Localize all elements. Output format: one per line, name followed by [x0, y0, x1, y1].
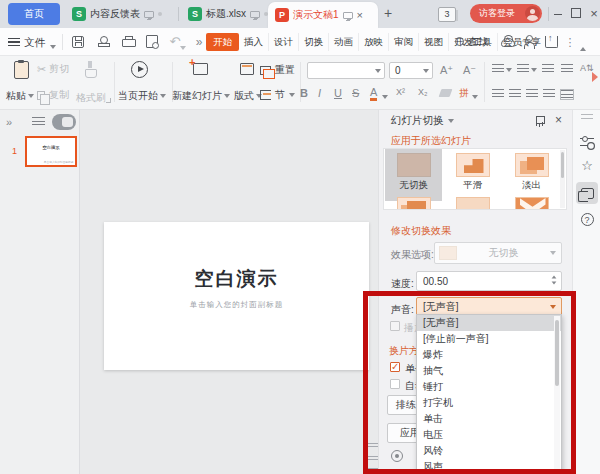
save-icon[interactable] — [70, 34, 86, 50]
ribbon-tab-view[interactable]: 视图 — [418, 33, 448, 51]
new-tab-button[interactable]: + — [384, 5, 392, 21]
speed-input[interactable]: 00.50 — [416, 271, 562, 291]
gallery-scrollbar[interactable] — [560, 150, 565, 208]
ribbon-tab-insert[interactable]: 插入 — [239, 33, 268, 51]
transition-shape[interactable]: 形状 — [503, 193, 560, 210]
settings-sliders-icon[interactable] — [579, 134, 595, 150]
editing-canvas[interactable]: 空白演示 单击输入您的封面副标题 — [80, 110, 378, 474]
strikethrough-button[interactable]: S — [352, 87, 359, 99]
tab-doc-sheet2[interactable]: S 标题.xlsx — [182, 0, 274, 28]
section-button[interactable]: 节 — [260, 88, 295, 102]
help-icon[interactable]: ? — [579, 212, 595, 228]
expand-panel-icon[interactable]: » — [6, 116, 12, 128]
preview-play-icon[interactable] — [391, 450, 403, 462]
clear-format-eraser-icon[interactable] — [439, 89, 453, 97]
close-panel-icon[interactable]: × — [555, 113, 562, 127]
superscript-button[interactable]: X² — [396, 87, 405, 97]
document-count-badge[interactable]: 3 — [438, 7, 456, 22]
slide-title[interactable]: 空白演示 — [104, 266, 369, 292]
outline-view-icon[interactable] — [32, 117, 45, 128]
align-left-icon[interactable] — [492, 89, 504, 100]
tab-home[interactable]: 首页 — [8, 3, 60, 25]
collapse-ribbon-icon[interactable] — [580, 42, 586, 53]
transition-cut[interactable]: 切出 — [385, 193, 442, 210]
hamburger-menu-icon[interactable] — [8, 38, 20, 46]
increase-font-icon[interactable]: A⁺ — [440, 64, 453, 77]
advance-auto-checkbox[interactable] — [390, 379, 400, 389]
bold-button[interactable]: B — [300, 87, 308, 99]
search-box[interactable]: 查找 — [455, 28, 488, 56]
scroll-down-button[interactable] — [368, 468, 378, 474]
reset-button[interactable]: 重置 — [260, 63, 295, 77]
layout-icon[interactable] — [240, 60, 254, 75]
play-from-current-button[interactable]: 当页开始 — [118, 89, 166, 103]
ribbon-tab-transitions[interactable]: 切换 — [298, 33, 328, 51]
play-from-current-icon[interactable] — [131, 61, 148, 78]
sound-option[interactable]: 风声 — [417, 459, 561, 474]
loop-sound-checkbox[interactable] — [390, 321, 400, 331]
align-right-icon[interactable] — [526, 89, 538, 100]
tab-doc-sheet1[interactable]: S 内容反馈表 — [66, 0, 168, 28]
file-menu[interactable]: 文件 — [24, 28, 45, 56]
font-name-combo[interactable] — [307, 62, 385, 79]
expand-toolbar-icon[interactable] — [592, 72, 598, 82]
close-tab-icon[interactable]: × — [357, 10, 363, 21]
sound-option[interactable]: [无声音] — [417, 315, 561, 331]
font-color-chevron-icon[interactable] — [382, 95, 388, 99]
increase-indent-icon[interactable] — [561, 64, 573, 75]
scroll-up-button[interactable] — [368, 443, 378, 449]
advance-on-click-checkbox[interactable] — [390, 362, 400, 372]
undo-chevron-icon[interactable] — [180, 41, 186, 52]
ribbon-tab-design[interactable]: 设计 — [268, 33, 298, 51]
tab-doc-presentation-active[interactable]: P 演示文稿1 × — [268, 2, 378, 28]
sound-option[interactable]: [停止前一声音] — [417, 331, 561, 347]
effect-options-combo[interactable]: 无切换 — [434, 242, 562, 264]
transition-fade[interactable]: 淡出 — [503, 149, 560, 192]
layout-button[interactable]: 版式 — [234, 89, 262, 103]
ribbon-tab-animations[interactable]: 动画 — [328, 33, 358, 51]
smart-features-star-icon[interactable]: ☆ — [579, 158, 595, 174]
paste-button[interactable]: 粘贴 — [6, 89, 34, 103]
sound-option[interactable]: 风铃 — [417, 443, 561, 459]
paste-icon[interactable] — [14, 61, 29, 79]
add-user-icon[interactable]: + — [522, 34, 538, 50]
ribbon-tab-slideshow[interactable]: 放映 — [358, 33, 388, 51]
close-window-button[interactable] — [586, 7, 600, 21]
sound-option[interactable]: 锤打 — [417, 379, 561, 395]
copy-button[interactable]: 复制 — [37, 88, 69, 102]
panel-drag-handle[interactable] — [581, 114, 593, 119]
ribbon-tab-review[interactable]: 审阅 — [388, 33, 418, 51]
format-painter-button[interactable]: 格式刷 — [76, 91, 106, 105]
underline-button[interactable]: U — [334, 87, 342, 99]
maximize-button[interactable] — [568, 7, 584, 21]
new-slide-icon[interactable] — [193, 60, 208, 75]
transition-wipe[interactable]: 擦除 — [444, 193, 501, 210]
minimize-button[interactable] — [550, 7, 566, 21]
sound-option[interactable]: 单击 — [417, 411, 561, 427]
new-slide-button[interactable]: 新建幻灯片 — [172, 89, 230, 103]
pinyin-chevron-icon[interactable] — [472, 95, 478, 99]
speed-spinner[interactable] — [551, 275, 557, 285]
justify-icon[interactable] — [543, 89, 555, 100]
scroll-thumb[interactable] — [368, 456, 378, 462]
dropdown-scrollbar[interactable] — [554, 316, 560, 473]
subscript-button[interactable]: X₂ — [418, 87, 428, 97]
numbered-list-icon[interactable] — [517, 64, 529, 75]
share-icon[interactable] — [543, 34, 559, 50]
sound-option[interactable]: 电压 — [417, 427, 561, 443]
decrease-font-icon[interactable]: A⁻ — [463, 64, 476, 77]
font-color-button[interactable]: A — [370, 87, 377, 101]
sound-option[interactable]: 打字机 — [417, 395, 561, 411]
slide-subtitle[interactable]: 单击输入您的封面副标题 — [104, 300, 369, 310]
transition-panel-toggle-active[interactable] — [576, 182, 598, 204]
cloud-sync-icon[interactable] — [500, 34, 516, 50]
format-painter-icon[interactable] — [84, 61, 96, 77]
slide-surface[interactable]: 空白演示 单击输入您的封面副标题 — [104, 222, 369, 370]
numbered-list-chevron-icon[interactable] — [531, 68, 537, 72]
pinyin-tool-icon[interactable]: 拼 — [459, 87, 469, 100]
sound-option[interactable]: 爆炸 — [417, 347, 561, 363]
decrease-indent-icon[interactable] — [542, 64, 554, 75]
slide-view-toggle[interactable] — [52, 114, 76, 130]
export-stamp-icon[interactable] — [95, 34, 111, 50]
font-size-combo[interactable]: 0 — [389, 62, 433, 79]
